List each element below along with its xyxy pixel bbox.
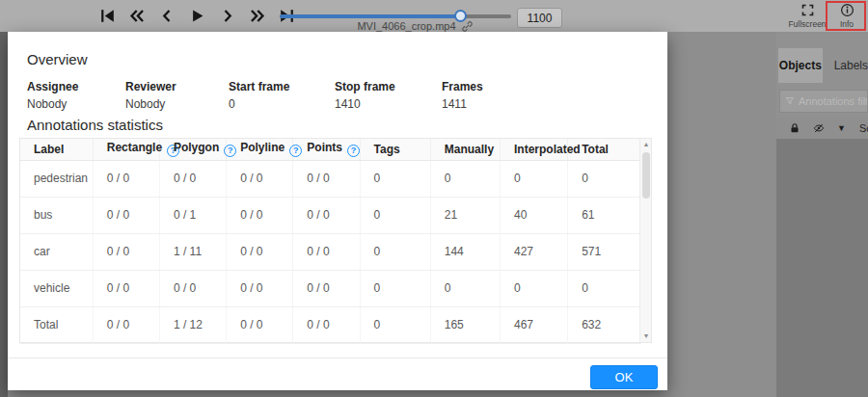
fullscreen-icon bbox=[800, 3, 815, 17]
cell: 0 / 0 bbox=[93, 160, 159, 197]
sort-label: So bbox=[859, 122, 868, 134]
cell: 0 / 0 bbox=[227, 270, 293, 306]
player-controls bbox=[96, 0, 297, 32]
meta-assignee: Assignee Nobody bbox=[27, 80, 125, 111]
header-interpolated: Interpolated bbox=[500, 139, 567, 160]
jump-forward-button[interactable] bbox=[246, 6, 267, 27]
next-frame-button[interactable] bbox=[216, 6, 237, 27]
fullscreen-button[interactable]: Fullscreen bbox=[789, 3, 826, 31]
info-button[interactable]: Info bbox=[828, 3, 865, 31]
cell: 0 bbox=[568, 160, 641, 197]
objects-sidebar: Objects Labels Annotations filte ▼ So bbox=[776, 32, 868, 397]
row-label: vehicle bbox=[20, 270, 93, 306]
cell: 0 bbox=[568, 270, 641, 306]
row-label: bus bbox=[20, 197, 93, 233]
objects-list-area bbox=[776, 139, 868, 397]
table-row: vehicle 0 / 0 0 / 0 0 / 0 0 / 0 0 0 0 0 bbox=[20, 270, 641, 306]
job-info-modal: Overview Assignee Nobody Reviewer Nobody… bbox=[8, 32, 667, 390]
cell: 0 / 0 bbox=[93, 197, 159, 233]
filter-placeholder: Annotations filte bbox=[799, 95, 867, 107]
header-tags: Tags bbox=[360, 139, 430, 160]
left-panel-edge bbox=[0, 32, 8, 397]
cell: 61 bbox=[568, 197, 641, 233]
previous-frame-button[interactable] bbox=[156, 6, 177, 27]
cell: 0 / 1 bbox=[159, 197, 226, 233]
scroll-down-arrow-icon[interactable]: ▼ bbox=[640, 331, 652, 342]
cell: 467 bbox=[500, 306, 567, 343]
cell: 0 bbox=[500, 160, 567, 197]
meta-label: Start frame bbox=[229, 80, 335, 93]
cell: 40 bbox=[500, 197, 567, 233]
hide-all-button[interactable] bbox=[813, 122, 825, 134]
play-icon bbox=[188, 7, 206, 25]
task-filename: MVI_4066_crop.mp4 bbox=[357, 20, 455, 32]
lock-icon bbox=[789, 122, 800, 134]
cell: 0 / 0 bbox=[293, 306, 360, 343]
eye-off-icon bbox=[813, 122, 825, 134]
lock-all-button[interactable] bbox=[789, 122, 800, 134]
cell: 0 / 0 bbox=[227, 306, 293, 343]
question-circle-icon[interactable]: ? bbox=[347, 145, 360, 157]
cell: 0 / 0 bbox=[293, 270, 360, 306]
first-frame-icon bbox=[98, 7, 117, 25]
row-label: car bbox=[20, 233, 93, 270]
meta-value: 1411 bbox=[442, 97, 483, 111]
frame-number-input[interactable] bbox=[517, 8, 562, 28]
question-circle-icon[interactable]: ? bbox=[224, 145, 236, 157]
filter-funnel-icon bbox=[785, 96, 795, 106]
player-toolbar: MVI_4066_crop.mp4 Fullscreen Info bbox=[0, 0, 868, 32]
meta-label: Stop frame bbox=[335, 80, 442, 93]
row-label: Total bbox=[20, 306, 93, 343]
chevron-left-icon bbox=[158, 7, 176, 25]
cvat-annotation-app: MVI_4066_crop.mp4 Fullscreen Info Object… bbox=[0, 0, 868, 397]
meta-reviewer: Reviewer Nobody bbox=[125, 80, 229, 111]
jump-backward-button[interactable] bbox=[126, 6, 148, 27]
cell: 0 / 0 bbox=[293, 160, 360, 197]
play-button[interactable] bbox=[186, 6, 207, 27]
cell: 21 bbox=[430, 197, 500, 233]
cell: 0 / 0 bbox=[293, 197, 360, 233]
tab-labels[interactable]: Labels bbox=[823, 48, 868, 83]
row-label: pedestrian bbox=[20, 160, 93, 197]
header-manually: Manually bbox=[430, 139, 500, 160]
first-frame-button[interactable] bbox=[96, 6, 118, 27]
chevron-right-icon bbox=[218, 7, 236, 25]
question-circle-icon[interactable]: ? bbox=[289, 145, 302, 157]
meta-label: Assignee bbox=[27, 80, 125, 93]
table-row: car 0 / 0 1 / 11 0 / 0 0 / 0 0 144 427 5… bbox=[20, 233, 641, 270]
statistics-table: Label Rectangle? Polygon? Polyline? Poin… bbox=[20, 139, 641, 344]
annotations-statistics-title: Annotations statistics bbox=[27, 117, 163, 133]
info-icon bbox=[840, 3, 854, 17]
overview-title: Overview bbox=[27, 51, 88, 67]
table-row: bus 0 / 0 0 / 1 0 / 0 0 / 0 0 21 40 61 bbox=[20, 197, 641, 233]
cell: 632 bbox=[568, 306, 641, 343]
job-meta-row: Assignee Nobody Reviewer Nobody Start fr… bbox=[27, 80, 483, 111]
cell: 0 bbox=[360, 197, 430, 233]
cell: 0 bbox=[500, 270, 567, 306]
info-label: Info bbox=[840, 19, 854, 29]
scrollbar-thumb[interactable] bbox=[642, 152, 650, 198]
cell: 0 bbox=[430, 160, 500, 197]
header-label: Label bbox=[20, 139, 93, 160]
expand-all-button[interactable]: ▼ bbox=[837, 123, 846, 133]
header-points: Points? bbox=[293, 139, 360, 160]
cell: 0 / 0 bbox=[93, 233, 159, 270]
double-chevron-left-icon bbox=[128, 7, 147, 25]
cell: 0 bbox=[430, 270, 500, 306]
link-icon[interactable] bbox=[462, 21, 473, 32]
fullscreen-label: Fullscreen bbox=[788, 19, 826, 29]
annotations-filter-input[interactable]: Annotations filte bbox=[779, 90, 868, 113]
meta-value: 0 bbox=[229, 97, 335, 111]
statistics-table-container: Label Rectangle? Polygon? Polyline? Poin… bbox=[19, 138, 652, 343]
scroll-up-arrow-icon[interactable]: ▲ bbox=[640, 139, 652, 150]
table-row: pedestrian 0 / 0 0 / 0 0 / 0 0 / 0 0 0 0… bbox=[20, 160, 641, 197]
cell: 165 bbox=[430, 306, 500, 343]
cell: 1 / 12 bbox=[159, 306, 226, 343]
objects-toolbar-row: ▼ So bbox=[776, 118, 868, 139]
tab-objects[interactable]: Objects bbox=[778, 48, 823, 83]
caret-down-icon: ▼ bbox=[837, 123, 846, 133]
table-scrollbar[interactable]: ▲ ▼ bbox=[639, 139, 651, 342]
cell: 0 bbox=[360, 160, 430, 197]
ok-button[interactable]: OK bbox=[590, 365, 658, 389]
cell: 0 bbox=[360, 270, 430, 306]
